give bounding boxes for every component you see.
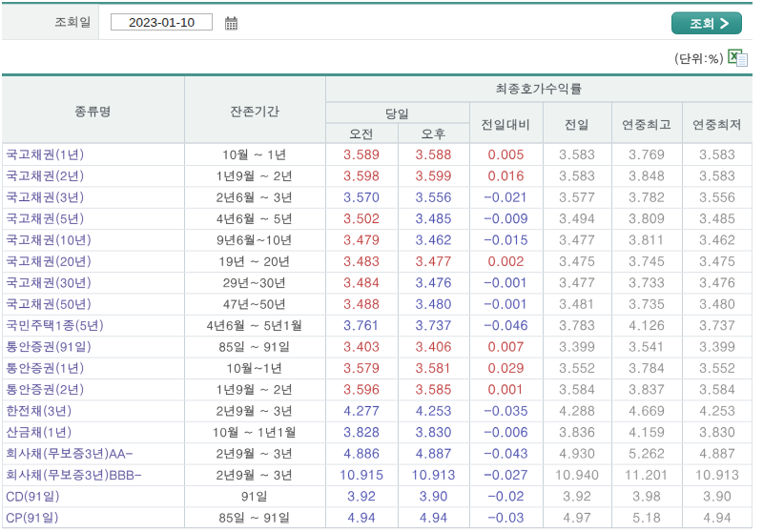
svg-text:2023-01-10: 2023-01-10 xyxy=(129,15,195,30)
